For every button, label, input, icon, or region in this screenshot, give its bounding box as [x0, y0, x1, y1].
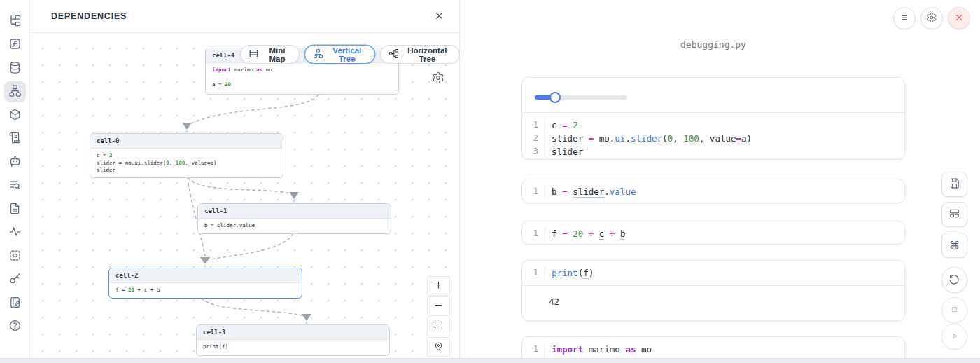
dependencies-panel: DEPENDENCIES cell-4import marimo as mo a…: [30, 0, 460, 363]
graph-node-cell-0[interactable]: cell-0c = 2slider = mo.ui.slider(0, 100,…: [90, 133, 284, 178]
view-button-vertical-tree[interactable]: Vertical Tree: [304, 45, 375, 64]
left-icon-sidebar: [0, 0, 30, 363]
sidebar-item-packages[interactable]: [4, 105, 26, 126]
code-line: slider: [545, 145, 583, 158]
sidebar-item-data-sources[interactable]: [4, 58, 26, 79]
notebook-cell[interactable]: 1c = 22slider = mo.ui.slider(0, 100, val…: [522, 77, 905, 160]
slider-widget[interactable]: [535, 95, 627, 100]
node-id: cell-2: [115, 272, 139, 279]
fit-view-button[interactable]: [427, 317, 450, 336]
layout-button[interactable]: [941, 202, 967, 227]
code-token: a =: [212, 81, 225, 88]
graph-node-cell-2[interactable]: cell-2f = 20 + c + b: [108, 268, 302, 299]
code-token: [557, 228, 563, 239]
stop-button[interactable]: [941, 297, 967, 323]
dependencies-header: DEPENDENCIES: [30, 0, 459, 33]
node-header: cell-1: [198, 204, 391, 219]
code-token: 2: [573, 120, 578, 130]
node-code-line: c = 2: [97, 152, 276, 160]
code-editor[interactable]: 1f = 20 + c + b: [522, 221, 904, 245]
zoom-in-button[interactable]: [427, 276, 450, 296]
sidebar-item-secrets[interactable]: [4, 269, 26, 290]
code-token: f: [552, 228, 557, 239]
graph-node-cell-3[interactable]: cell-3print(f): [196, 324, 390, 356]
horizontal-scrollbar[interactable]: [0, 358, 980, 363]
code-line: b = slider.value: [545, 185, 636, 198]
code-token: ): [747, 133, 752, 144]
node-code-line: print(f): [203, 343, 383, 351]
undo-button[interactable]: [941, 267, 967, 293]
code-token: 20: [225, 81, 231, 88]
sidebar-item-ai-chat[interactable]: [4, 152, 26, 173]
edge-cell-2-to-cell-3: [202, 298, 304, 316]
code-token: 2: [109, 152, 113, 158]
view-button-horizontal-tree[interactable]: Horizontal Tree: [380, 45, 460, 64]
keyboard-shortcuts-button[interactable]: ⌘: [941, 233, 967, 258]
code-editor[interactable]: 1print(f): [522, 261, 904, 285]
view-button-label: Horizontal Tree: [403, 46, 451, 63]
play-icon: [948, 330, 960, 344]
close-panel-button[interactable]: [432, 10, 446, 24]
sidebar-item-script-log[interactable]: [4, 128, 26, 149]
code-line: import marimo as mo: [545, 343, 652, 356]
code-token: f: [583, 268, 589, 279]
notebook-filename[interactable]: debugging.py: [522, 39, 905, 50]
code-token: =: [562, 228, 568, 239]
edge-arrowhead: [302, 314, 312, 321]
edge-cell-0-to-cell-1: [188, 177, 290, 193]
sidebar-item-code-snippets[interactable]: [4, 246, 26, 267]
shutdown-button[interactable]: [948, 7, 970, 29]
code-token: [568, 120, 573, 130]
sidebar-item-scratchpad[interactable]: [4, 293, 26, 314]
sidebar-item-dependency-graph[interactable]: [4, 81, 26, 102]
node-code-line: a = 20: [212, 81, 392, 89]
node-header: cell-2: [109, 268, 302, 283]
sidebar-item-variables[interactable]: [4, 34, 26, 55]
code-token: b: [620, 228, 626, 240]
notebook-menu-button[interactable]: [893, 7, 916, 29]
node-code-line: import marimo as mo: [212, 67, 392, 74]
code-editor[interactable]: 1b = slider.value: [522, 179, 904, 203]
code-row: 3slider: [522, 145, 904, 158]
code-token: b = slider.value: [204, 222, 255, 228]
view-button-label: Mini Map: [263, 46, 291, 63]
sidebar-item-help[interactable]: [4, 316, 26, 337]
save-icon: [948, 177, 960, 191]
zoom-out-button[interactable]: [427, 296, 450, 316]
view-button-mini-map[interactable]: Mini Map: [240, 45, 300, 64]
code-line: print(f): [545, 266, 594, 280]
center-selection-button[interactable]: [427, 337, 450, 357]
node-id: cell-4: [212, 52, 235, 59]
line-number: 1: [522, 343, 545, 356]
node-header: cell-0: [90, 134, 283, 149]
node-code-line: [212, 74, 392, 82]
run-button[interactable]: [941, 324, 967, 350]
code-token: b: [552, 186, 557, 197]
dependency-graph-canvas[interactable]: cell-4import marimo as mo a = 20cell-0c …: [30, 33, 460, 358]
graph-settings-button[interactable]: [430, 71, 446, 86]
slider-thumb[interactable]: [550, 92, 561, 103]
menu-icon: [899, 12, 910, 25]
code-editor[interactable]: 1c = 22slider = mo.ui.slider(0, 100, val…: [522, 113, 904, 160]
node-id: cell-3: [203, 329, 226, 336]
plus-icon: [433, 280, 444, 292]
settings-button[interactable]: [920, 7, 943, 29]
sidebar-item-tracing[interactable]: [4, 222, 26, 243]
code-token: [594, 228, 599, 239]
sidebar-item-document[interactable]: [4, 199, 26, 220]
minimap-icon: [248, 48, 259, 60]
code-token: , value=a): [185, 160, 216, 166]
line-number: 1: [522, 266, 545, 280]
code-line: c = 2: [545, 118, 578, 132]
code-token: ,: [673, 133, 683, 144]
notebook-cell[interactable]: 1b = slider.value: [522, 179, 905, 203]
notebook-cell[interactable]: 1f = 20 + c + b: [522, 221, 905, 245]
code-token: + c + b: [134, 287, 160, 293]
sidebar-item-file-tree[interactable]: [4, 11, 26, 32]
graph-node-cell-1[interactable]: cell-1b = slider.value: [197, 203, 391, 234]
save-button[interactable]: [941, 172, 967, 197]
notebook-cell[interactable]: 1print(f)42: [522, 260, 905, 321]
code-token: =: [736, 133, 742, 144]
node-code: import marimo as mo a = 20: [206, 63, 398, 93]
sidebar-item-search-list[interactable]: [4, 175, 26, 196]
